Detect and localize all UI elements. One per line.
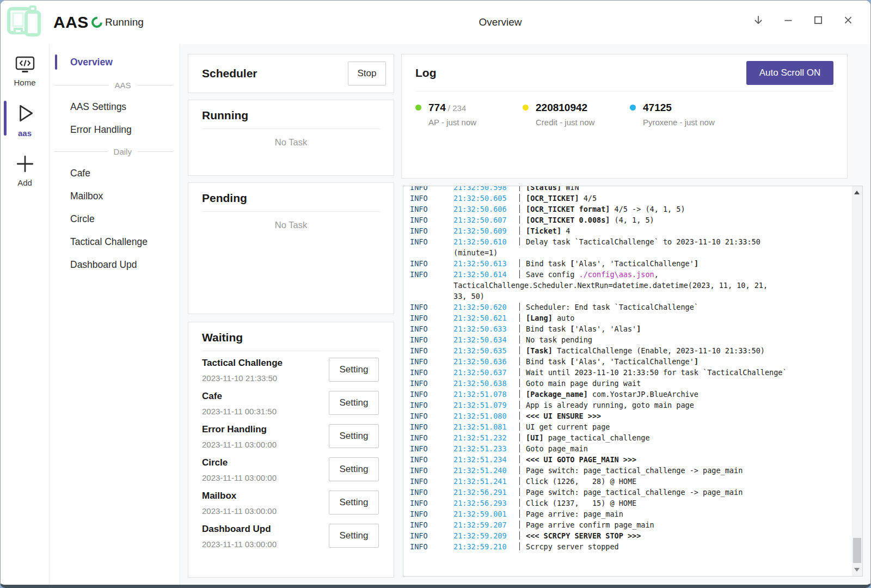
log-separator: [519, 368, 520, 376]
setting-button[interactable]: Setting: [329, 457, 379, 481]
stat-item: 774 / 234 AP - just now: [415, 102, 523, 127]
log-message: No task pending: [526, 335, 592, 344]
setting-button[interactable]: Setting: [329, 524, 379, 548]
log-message: Scheduler: End task `TacticalChallenge`: [526, 303, 698, 311]
log-message: Page arrive: page_main: [526, 510, 623, 518]
nav-item[interactable]: Cafe: [50, 162, 180, 185]
waiting-task-row: Tactical Challenge 2023-11-10 21:33:50 S…: [202, 357, 380, 390]
minimize-icon[interactable]: [773, 7, 803, 33]
log-timestamp: 21:32:51.234: [453, 454, 519, 465]
log-level: INFO: [410, 204, 453, 215]
log-separator: [519, 324, 520, 333]
nav-item-overview[interactable]: Overview: [50, 53, 180, 71]
scrollbar-down-icon[interactable]: [854, 568, 860, 572]
nav-item[interactable]: Error Handling: [50, 118, 180, 141]
waiting-task-row: Dashboard Upd 2023-11-11 03:00:00 Settin…: [202, 523, 380, 556]
log-timestamp: 21:32:51.080: [453, 411, 519, 421]
log-level: INFO: [410, 225, 453, 236]
log-timestamp: 21:32:50.637: [453, 367, 519, 378]
home-icon: [15, 56, 35, 76]
stat-dot-icon: [630, 105, 636, 111]
log-level: INFO: [410, 432, 453, 443]
log-separator: [519, 270, 520, 278]
log-message: 33, 50): [453, 292, 484, 301]
log-message: Page switch: page_tactical_challenge -> …: [526, 466, 743, 475]
log-line: (minute=1): [410, 247, 846, 258]
nav-item[interactable]: Tactical Challenge: [50, 230, 180, 253]
setting-button[interactable]: Setting: [329, 424, 379, 448]
waiting-task-row: Mailbox 2023-11-11 03:00:00 Setting: [202, 489, 380, 523]
running-empty-text: No Task: [188, 137, 394, 148]
log-timestamp: 21:32:59.001: [453, 509, 519, 519]
pending-panel: Pending No Task: [188, 182, 394, 314]
log-message: App is already running, goto main page: [526, 401, 694, 409]
setting-button[interactable]: Setting: [329, 358, 379, 382]
log-line: INFO21:32:51.080<<< UI ENSURE >>>: [410, 411, 846, 421]
log-message: TacticalChallenge.Scheduler.NextRun=date…: [453, 281, 768, 290]
nav-item[interactable]: Dashboard Upd: [50, 253, 180, 276]
log-timestamp: 21:32:50.598: [453, 186, 519, 193]
log-scrollbar[interactable]: [852, 186, 862, 576]
stat-total: / 234: [446, 103, 467, 113]
rail-item-add[interactable]: Add: [1, 154, 49, 187]
waiting-title: Waiting: [202, 331, 243, 344]
active-indicator: [4, 101, 7, 136]
log-message: Delay task `TacticalChallenge` to 2023-1…: [526, 237, 760, 246]
log-level: INFO: [410, 389, 453, 400]
log-separator: [519, 466, 520, 474]
log-line: INFO21:32:50.620Scheduler: End task `Tac…: [410, 302, 846, 313]
log-level: INFO: [410, 509, 453, 519]
log-level: INFO: [410, 378, 453, 389]
setting-button[interactable]: Setting: [329, 491, 379, 514]
log-separator: [519, 216, 520, 224]
log-level: INFO: [410, 498, 453, 509]
log-console[interactable]: INFO21:32:50.598[Status] WININFO21:32:50…: [403, 186, 863, 577]
log-separator: [519, 357, 520, 365]
close-icon[interactable]: [833, 7, 863, 33]
log-line: INFO21:32:51.240Page switch: page_tactic…: [410, 465, 846, 476]
scrollbar-up-icon[interactable]: [854, 191, 860, 194]
log-message: Page switch: page_tactical_challenge -> …: [526, 488, 743, 497]
setting-button[interactable]: Setting: [329, 391, 379, 415]
maximize-icon[interactable]: [803, 7, 833, 33]
nav-group-divider: Daily: [50, 141, 180, 162]
log-message: <<< UI GOTO PAGE_MAIN >>>: [526, 455, 636, 464]
log-line: INFO21:32:51.233Goto page_main: [410, 443, 846, 454]
log-message: [Lang] auto: [526, 314, 574, 322]
log-line: INFO21:32:50.637Wait until 2023-11-10 21…: [410, 367, 846, 378]
log-separator: [519, 455, 520, 463]
nav-group-divider: AAS: [50, 75, 180, 95]
log-line: INFO21:32:50.633Bind task ['Alas', 'Alas…: [410, 323, 846, 334]
log-line: INFO21:32:51.234<<< UI GOTO PAGE_MAIN >>…: [410, 454, 846, 465]
rail-item-aas[interactable]: aas: [1, 102, 49, 138]
log-title: Log: [415, 66, 436, 79]
log-separator: [519, 205, 520, 213]
download-arrow-icon[interactable]: [743, 7, 773, 33]
scrollbar-thumb[interactable]: [853, 538, 861, 563]
content-area: Scheduler Stop Running No Task Pending N…: [181, 44, 870, 585]
nav-item[interactable]: Mailbox: [50, 185, 180, 207]
nav-item[interactable]: Circle: [50, 207, 180, 230]
log-separator: [519, 520, 520, 529]
nav-group-label: AAS: [115, 81, 131, 90]
stat-value: 774: [428, 102, 446, 113]
log-level: INFO: [410, 258, 453, 269]
app-window: AAS Running Overview: [0, 0, 871, 588]
log-timestamp: 21:32:51.232: [453, 432, 519, 443]
log-separator: [519, 379, 520, 387]
plus-icon: [15, 154, 35, 176]
log-line: INFO21:32:50.634No task pending: [410, 334, 846, 345]
play-icon: [14, 102, 36, 126]
log-level: INFO: [410, 302, 453, 313]
rail-item-home[interactable]: Home: [1, 56, 49, 87]
nav-item[interactable]: AAS Settings: [50, 95, 180, 118]
log-separator: [519, 346, 520, 354]
log-level: INFO: [410, 411, 453, 421]
log-message: Save config ./config\aas.json,: [526, 270, 659, 279]
scheduler-status: Running: [91, 16, 144, 28]
stop-button[interactable]: Stop: [348, 62, 386, 85]
log-line: INFO21:32:51.081UI get current page: [410, 421, 846, 432]
stat-value: 47125: [643, 102, 672, 113]
auto-scroll-button[interactable]: Auto Scroll ON: [746, 61, 833, 85]
app-logo: [6, 4, 43, 41]
